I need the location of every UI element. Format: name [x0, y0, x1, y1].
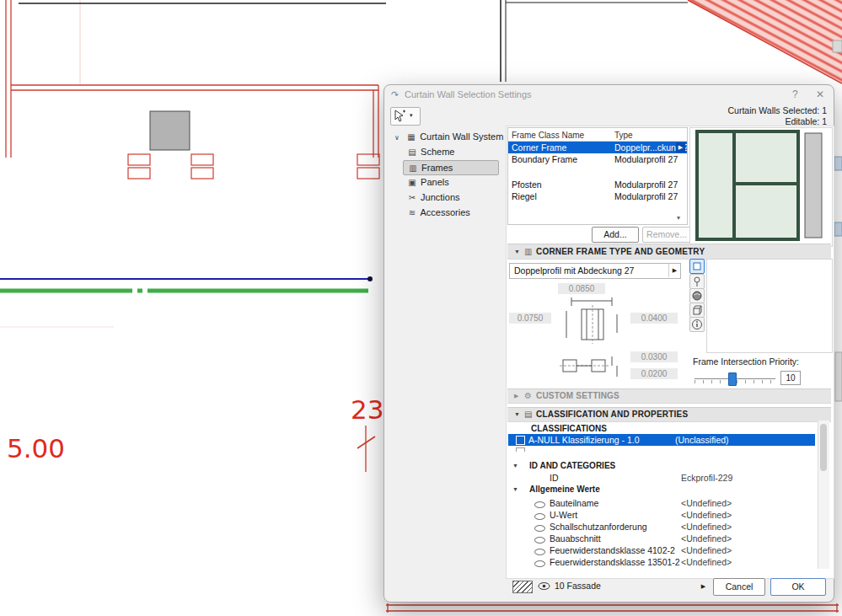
classification-row[interactable]: A-NULL Klassifizierung - 1.0 (Unclassifi… — [508, 434, 815, 446]
id-value[interactable]: Eckprofil-229 — [681, 473, 732, 483]
property-row[interactable]: Bauabschnitt <Undefined> — [508, 533, 815, 545]
classification-icon: ▤ — [524, 410, 532, 419]
property-value[interactable]: <Undefined> — [681, 545, 732, 555]
table-scroll-down-icon[interactable]: ▾ — [677, 214, 680, 222]
clipped-palette-icon[interactable] — [834, 157, 842, 170]
property-eye-icon[interactable] — [534, 537, 545, 544]
layer-flyout-icon[interactable]: ▶ — [698, 581, 709, 592]
tree-root-curtain-wall-system[interactable]: ∨ ▦ Curtain Wall System — [391, 131, 503, 142]
cube-icon — [691, 304, 703, 316]
chevron-down-icon[interactable]: ▼ — [512, 463, 518, 469]
pin-icon — [691, 276, 703, 287]
property-name: Schallschutzanforderung — [550, 522, 647, 532]
table-row-corner-frame[interactable]: Corner Frame Doppelpr...ckung 27 ▶ — [508, 142, 687, 153]
classification-checkbox[interactable] — [516, 436, 525, 445]
priority-value-field[interactable]: 10 — [780, 371, 801, 385]
frame-preview[interactable] — [689, 127, 833, 247]
classification-row-clipped[interactable] — [508, 447, 815, 452]
frame-class-table: Frame Class Name Type Corner Frame Doppe… — [507, 127, 688, 225]
property-row[interactable]: U-Wert <Undefined> — [508, 510, 815, 522]
junctions-icon: ✂ — [406, 193, 418, 202]
view-2d-symbol-button[interactable] — [689, 259, 705, 274]
dim-field-left[interactable]: 0.0750 — [509, 313, 551, 324]
id-label: ID — [550, 473, 559, 483]
property-eye-icon[interactable] — [534, 501, 545, 508]
cancel-button[interactable]: Cancel — [713, 578, 765, 596]
property-value[interactable]: <Undefined> — [681, 533, 732, 544]
accessories-icon: ≋ — [406, 208, 418, 217]
frame-type: Modularprofil 27 — [614, 190, 678, 202]
close-button[interactable]: ✕ — [816, 88, 824, 100]
clipped-palette-icon[interactable] — [835, 352, 842, 401]
property-eye-icon[interactable] — [534, 525, 545, 532]
property-value[interactable]: <Undefined> — [681, 522, 732, 532]
clipped-palette-icon[interactable] — [833, 40, 842, 52]
property-value[interactable]: <Undefined> — [681, 498, 732, 508]
remove-button[interactable]: Remove... — [642, 227, 691, 243]
view-3d-shaded-button[interactable] — [689, 288, 705, 303]
classification-value: (Unclassified) — [675, 434, 729, 446]
property-eye-icon[interactable] — [534, 560, 545, 567]
profile-name: Doppelprofil mit Abdeckung 27 — [514, 264, 634, 277]
corner-frame-profile-select[interactable]: Doppelprofil mit Abdeckung 27 ▶ — [509, 263, 681, 279]
frame-type: Modularprofil 27 — [614, 179, 678, 190]
type-flyout-button[interactable]: ▶ — [676, 142, 685, 153]
help-button[interactable]: ? — [792, 88, 798, 100]
table-row-boundary-frame[interactable]: Boundary Frame Modularprofil 27 — [508, 153, 687, 165]
sidebar-item-accessories[interactable]: ≋ Accessories — [406, 207, 470, 217]
sidebar-item-frames[interactable]: ▥ Frames — [403, 160, 499, 175]
sidebar-item-panels[interactable]: ▣ Panels — [406, 177, 449, 187]
scrollbar-thumb[interactable] — [820, 424, 827, 471]
dim-field-right[interactable]: 0.0400 — [630, 313, 678, 324]
pick-elements-button[interactable]: ▾ — [390, 107, 421, 126]
dim-field-top[interactable]: 0.0850 — [558, 283, 605, 294]
profile-diagram-main — [560, 296, 624, 348]
table-row-pfosten[interactable]: Pfosten Modularprofil 27 — [508, 179, 687, 190]
properties-scrollbar[interactable] — [818, 420, 829, 569]
section-corner-frame-geometry[interactable]: ▼ ▥ CORNER FRAME TYPE AND GEOMETRY — [507, 244, 831, 260]
column-header-frame-class-name[interactable]: Frame Class Name — [512, 131, 584, 140]
property-eye-icon[interactable] — [534, 549, 545, 555]
layer-eye-icon[interactable] — [538, 581, 550, 591]
frame-preview-drawing — [690, 128, 830, 244]
classification-name: A-NULL Klassifizierung - 1.0 — [528, 434, 640, 446]
section-custom-settings[interactable]: ▶ ⚙ CUSTOM SETTINGS — [507, 388, 831, 404]
priority-slider-handle[interactable] — [728, 372, 737, 386]
section-title: CORNER FRAME TYPE AND GEOMETRY — [536, 247, 705, 256]
dimension-text: 23 — [351, 394, 383, 425]
section-classification-properties[interactable]: ▼ ▤ CLASSIFICATION AND PROPERTIES — [507, 407, 831, 422]
tree-item-label: Frames — [421, 163, 453, 173]
view-3d-model-button[interactable] — [689, 303, 705, 318]
add-button[interactable]: Add... — [592, 227, 639, 243]
property-row[interactable]: Feuerwiderstandsklasse 13501-2 <Undefine… — [508, 557, 815, 569]
clipped-palette-icon[interactable] — [834, 222, 842, 236]
column-header-type[interactable]: Type — [614, 131, 633, 140]
ok-button[interactable]: OK — [770, 578, 826, 596]
property-row[interactable]: Feuerwiderstandsklasse 4102-2 <Undefined… — [508, 545, 815, 557]
chevron-down-icon[interactable]: ▼ — [512, 486, 518, 492]
sidebar-item-junctions[interactable]: ✂ Junctions — [406, 192, 460, 202]
property-eye-icon[interactable] — [534, 513, 545, 520]
panels-icon: ▣ — [406, 178, 418, 187]
dim-field-lower1[interactable]: 0.0300 — [630, 351, 678, 362]
layer-select-value[interactable]: 10 Fassade — [555, 581, 601, 591]
view-pin-button[interactable] — [689, 274, 705, 289]
fill-swatch-icon[interactable] — [512, 581, 533, 593]
info-button[interactable] — [689, 317, 705, 332]
corner-frame-icon: ▥ — [524, 247, 532, 256]
chevron-down-icon: ▾ — [410, 112, 413, 119]
table-row-riegel[interactable]: Riegel Modularprofil 27 — [508, 190, 687, 202]
property-value[interactable]: <Undefined> — [681, 557, 732, 567]
profile-flyout-icon[interactable]: ▶ — [668, 264, 680, 277]
dim-field-lower2[interactable]: 0.0200 — [630, 368, 678, 379]
corner-frame-preview[interactable] — [706, 259, 833, 353]
tree-item-label: Panels — [421, 177, 449, 187]
reference-node — [367, 276, 373, 281]
property-value[interactable]: <Undefined> — [681, 510, 732, 520]
frame-class-name: Pfosten — [512, 179, 542, 190]
section-title: CLASSIFICATION AND PROPERTIES — [536, 410, 688, 419]
classification-checkbox[interactable] — [516, 447, 525, 452]
sidebar-item-scheme[interactable]: ▤ Scheme — [406, 147, 454, 157]
property-row[interactable]: Bauteilname <Undefined> — [508, 498, 815, 510]
property-row[interactable]: Schallschutzanforderung <Undefined> — [508, 522, 815, 533]
